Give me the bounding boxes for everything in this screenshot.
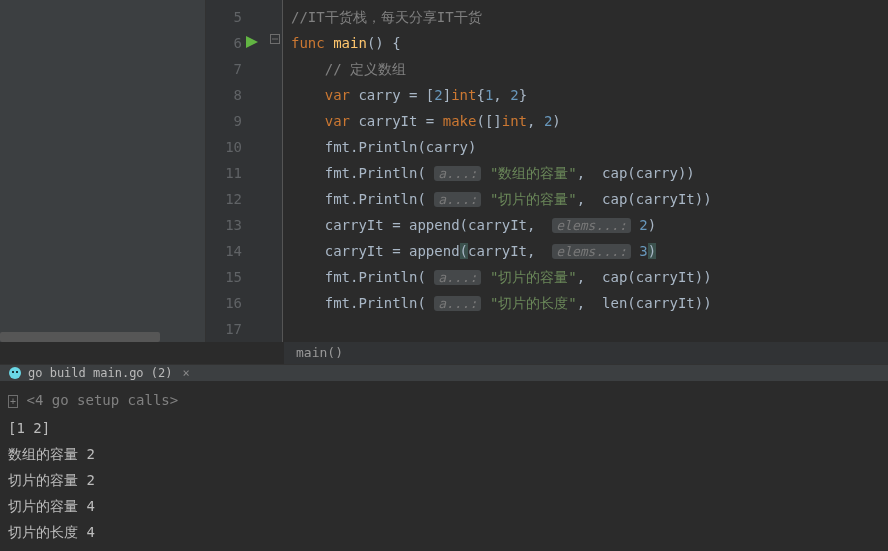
fold-column[interactable]	[272, 0, 283, 342]
line-number[interactable]: 7	[206, 56, 266, 82]
code-line[interactable]: var carryIt = make([]int, 2)	[291, 108, 888, 134]
code-line[interactable]: carryIt = append(carryIt, elems...: 3)	[291, 238, 888, 264]
console-line: 切片的容量 4	[8, 493, 880, 519]
code-line[interactable]	[291, 316, 888, 342]
console-line: 数组的容量 2	[8, 441, 880, 467]
code-line[interactable]: carryIt = append(carryIt, elems...: 2)	[291, 212, 888, 238]
line-number[interactable]: 11	[206, 160, 266, 186]
line-number[interactable]: 9	[206, 108, 266, 134]
line-number[interactable]: 10	[206, 134, 266, 160]
line-number[interactable]: 16	[206, 290, 266, 316]
line-number[interactable]: 15	[206, 264, 266, 290]
run-tab[interactable]: go build main.go (2) ×	[0, 364, 888, 381]
svg-point-4	[12, 371, 14, 373]
breadcrumb[interactable]: main()	[284, 342, 888, 364]
code-line[interactable]: fmt.Println( a...: "切片的长度", len(carryIt)…	[291, 290, 888, 316]
setup-calls-fold-line[interactable]: + <4 go setup calls>	[8, 387, 880, 415]
line-number[interactable]: 13	[206, 212, 266, 238]
line-number[interactable]: 8	[206, 82, 266, 108]
code-line[interactable]: //IT干货栈，每天分享IT干货	[291, 4, 888, 30]
code-line[interactable]: // 定义数组	[291, 56, 888, 82]
console-line: 切片的容量 2	[8, 467, 880, 493]
svg-point-3	[9, 367, 21, 379]
line-number[interactable]: 5	[206, 4, 266, 30]
project-tool-window[interactable]	[0, 0, 206, 342]
code-line[interactable]: fmt.Println(carry)	[291, 134, 888, 160]
run-tab-label: go build main.go (2)	[28, 366, 173, 380]
svg-point-5	[16, 371, 18, 373]
console-line: [1 2]	[8, 415, 880, 441]
code-line[interactable]: fmt.Println( a...: "数组的容量", cap(carry))	[291, 160, 888, 186]
code-editor[interactable]: //IT干货栈，每天分享IT干货func main() { // 定义数组 va…	[283, 0, 888, 342]
expand-icon[interactable]: +	[8, 395, 18, 408]
line-number[interactable]: 17	[206, 316, 266, 342]
console-output[interactable]: + <4 go setup calls> [1 2]数组的容量 2切片的容量 2…	[0, 381, 888, 551]
close-icon[interactable]: ×	[179, 366, 194, 380]
code-line[interactable]: var carry = [2]int{1, 2}	[291, 82, 888, 108]
fold-toggle-icon[interactable]	[270, 34, 280, 47]
code-line[interactable]: func main() {	[291, 30, 888, 56]
code-line[interactable]: fmt.Println( a...: "切片的容量", cap(carryIt)…	[291, 264, 888, 290]
go-icon	[8, 366, 22, 380]
gutter[interactable]: 567891011121314151617	[206, 0, 272, 342]
line-number[interactable]: 12	[206, 186, 266, 212]
line-number[interactable]: 14	[206, 238, 266, 264]
console-line: 切片的长度 4	[8, 519, 880, 545]
editor-area: 567891011121314151617 //IT干货栈，每天分享IT干货fu…	[0, 0, 888, 342]
setup-calls-label: <4 go setup calls>	[26, 392, 178, 408]
svg-marker-0	[246, 36, 258, 48]
code-line[interactable]: fmt.Println( a...: "切片的容量", cap(carryIt)…	[291, 186, 888, 212]
horizontal-scrollbar[interactable]	[0, 332, 160, 342]
run-icon[interactable]	[246, 30, 258, 56]
